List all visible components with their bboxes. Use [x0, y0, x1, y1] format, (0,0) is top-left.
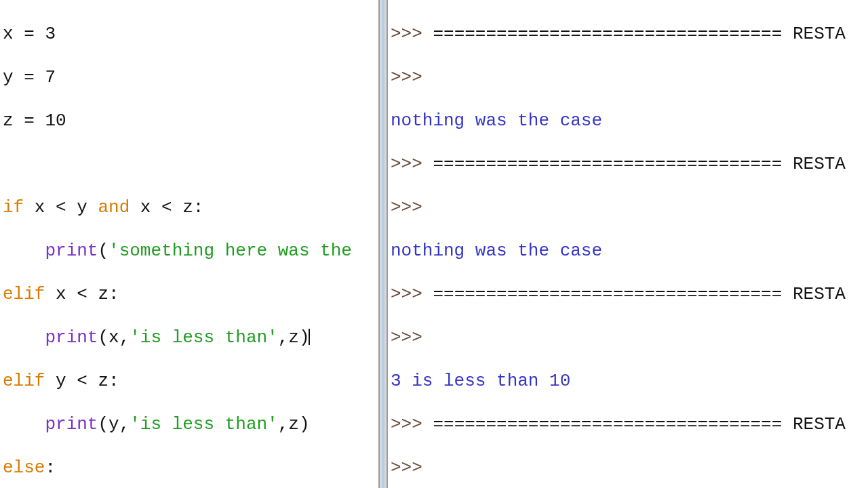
shell-output: nothing was the case — [391, 240, 868, 262]
code-editor-pane[interactable]: x = 3 y = 7 z = 10 if x < y and x < z: p… — [0, 0, 378, 488]
shell-line: >>> ================================= RE… — [391, 413, 868, 435]
shell-pane[interactable]: >>> ================================= RE… — [388, 0, 868, 488]
shell-line: >>> ================================= RE… — [391, 283, 868, 305]
shell-line: >>> — [391, 66, 868, 88]
pane-splitter[interactable] — [378, 0, 388, 488]
shell-line: >>> — [391, 457, 868, 479]
shell-line: >>> — [391, 197, 868, 218]
code-line: print(y,'is less than',z) — [3, 413, 378, 435]
code-line: if x < y and x < z: — [3, 197, 378, 218]
code-line: print(x,'is less than',z) — [3, 327, 378, 348]
code-line: y = 7 — [3, 66, 378, 88]
shell-line: >>> ================================= RE… — [391, 153, 868, 175]
shell-line: >>> — [391, 327, 868, 348]
text-cursor — [309, 329, 310, 345]
shell-line: >>> ================================= RE… — [391, 23, 868, 45]
code-line: z = 10 — [3, 110, 378, 131]
code-line: elif x < z: — [3, 283, 378, 305]
code-line: else: — [3, 457, 378, 479]
shell-output: nothing was the case — [391, 110, 868, 131]
code-line: x = 3 — [3, 23, 378, 45]
shell-output: 3 is less than 10 — [391, 370, 868, 392]
code-line: print('something here was the — [3, 240, 378, 262]
code-line — [3, 153, 378, 175]
code-line: elif y < z: — [3, 370, 378, 392]
